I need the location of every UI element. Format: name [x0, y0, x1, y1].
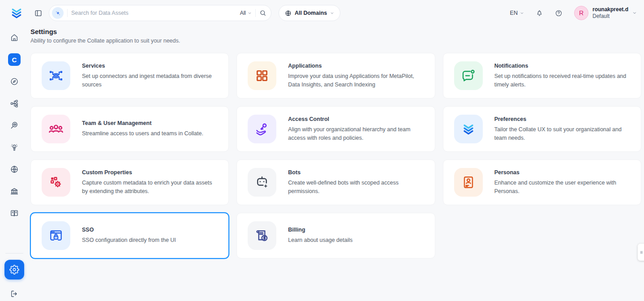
settings-card-services[interactable]: Services Set up connectors and ingest me… [30, 53, 229, 99]
card-title: Preferences [494, 116, 630, 122]
notifications-card-icon [454, 61, 483, 90]
settings-card-team-user-management[interactable]: Team & User Management Streamline access… [30, 106, 229, 152]
preferences-collate-icon [454, 115, 483, 143]
card-title: Access Control [288, 116, 424, 122]
lineage-icon [10, 99, 19, 108]
card-description: Tailor the Collate UX to suit your organ… [494, 125, 630, 142]
all-domains-button[interactable]: All Domains [279, 5, 340, 21]
custom-properties-icon [42, 168, 70, 197]
card-description: Align with your organizational hierarchy… [288, 125, 424, 142]
card-title: SSO [82, 227, 176, 233]
sidebar-item-govern[interactable] [6, 183, 22, 199]
settings-card-applications[interactable]: Applications Improve your data using App… [236, 53, 435, 99]
collate-logo-icon[interactable] [9, 5, 24, 21]
settings-gear-icon [9, 265, 19, 275]
sidebar-item-domains[interactable] [6, 161, 22, 177]
help-icon[interactable] [555, 9, 562, 17]
settings-card-bots[interactable]: Bots Create well-defined bots with scope… [236, 159, 435, 205]
card-title: Billing [288, 227, 352, 233]
divider [5, 253, 23, 254]
divider [67, 9, 68, 17]
avatar: R [574, 6, 588, 20]
globe-icon [285, 10, 292, 17]
card-description: Set up connectors and ingest metadata fr… [82, 72, 218, 89]
card-title: Applications [288, 63, 424, 69]
insights-bulb-icon [10, 143, 19, 152]
language-label: EN [510, 10, 518, 16]
chevron-down-icon [330, 11, 334, 15]
search-icon[interactable] [259, 9, 266, 17]
services-icon [42, 61, 70, 90]
page-title: Settings [30, 28, 641, 35]
sidebar-toggle-icon[interactable] [34, 9, 43, 17]
card-title: Custom Properties [82, 169, 218, 176]
user-name: rounakpreet.d [592, 6, 628, 13]
home-icon [10, 33, 19, 42]
sidebar-item-observability[interactable] [6, 117, 22, 133]
avatar-initial: R [579, 9, 584, 17]
main-content: Settings Ability to configure the Collat… [29, 26, 644, 301]
search-input[interactable] [71, 10, 236, 16]
settings-card-billing[interactable]: Billing Learn about usage details [236, 213, 435, 258]
card-title: Notifications [494, 63, 630, 69]
settings-card-grid: Services Set up connectors and ingest me… [30, 53, 641, 258]
observability-icon [10, 121, 19, 130]
metapilot-app-icon: C [12, 56, 17, 64]
card-title: Personas [494, 169, 630, 176]
card-title: Team & User Management [82, 120, 203, 126]
bots-icon [248, 168, 276, 197]
card-description: Streamline access to users and teams in … [82, 129, 203, 138]
divider [255, 9, 256, 17]
card-description: Enhance and customize the user experienc… [494, 179, 630, 196]
topbar: All All Domains EN [0, 0, 644, 26]
card-description: Create well-defined bots with scoped acc… [288, 179, 424, 196]
card-title: Services [82, 63, 218, 69]
sidebar-item-insights[interactable] [6, 139, 22, 155]
logout-button[interactable] [10, 289, 19, 298]
card-description: Capture custom metadata to enrich your d… [82, 179, 218, 196]
page-subtitle: Ability to configure the Collate applica… [30, 38, 641, 44]
sidebar-item-knowledge[interactable] [6, 205, 22, 221]
card-title: Bots [288, 169, 424, 176]
chevron-down-icon [632, 11, 637, 15]
all-domains-label: All Domains [295, 10, 327, 16]
settings-card-sso[interactable]: SSO SSO configuration directly from the … [30, 213, 229, 258]
access-control-icon [248, 115, 276, 143]
user-team: Default [592, 13, 628, 20]
settings-card-notifications[interactable]: Notifications Set up notifications to re… [443, 53, 641, 99]
card-description: Learn about usage details [288, 236, 352, 245]
language-dropdown[interactable]: EN [510, 10, 524, 16]
sso-icon [42, 221, 70, 250]
card-description: Improve your data using Applications for… [288, 72, 424, 89]
sidebar-item-metapilot[interactable]: C [8, 53, 21, 66]
card-description: Set up notifications to received real-ti… [494, 72, 630, 89]
search-scope-dropdown[interactable]: All [240, 10, 252, 16]
logout-icon [10, 289, 19, 298]
chevron-down-icon [520, 11, 524, 15]
search-scope-label: All [240, 10, 246, 16]
knowledge-book-icon [10, 209, 19, 218]
chevron-down-icon [248, 11, 252, 15]
settings-card-custom-properties[interactable]: Custom Properties Capture custom metadat… [30, 159, 229, 205]
ai-sparkle-icon[interactable] [52, 7, 64, 19]
billing-icon [248, 221, 276, 250]
sidebar-item-explore[interactable] [6, 73, 22, 90]
notifications-bell-icon[interactable] [536, 9, 543, 17]
applications-icon [248, 61, 276, 90]
explore-compass-icon [10, 77, 19, 86]
settings-card-personas[interactable]: Personas Enhance and customize the user … [443, 159, 641, 205]
left-sidebar: C [0, 26, 29, 301]
sidebar-item-settings[interactable] [4, 260, 24, 280]
team-users-icon [42, 115, 70, 143]
settings-card-access-control[interactable]: Access Control Align with your organizat… [236, 106, 435, 152]
govern-bank-icon [10, 187, 19, 196]
user-menu[interactable]: R rounakpreet.d Default [574, 6, 637, 20]
widget-grip-icon [640, 250, 644, 254]
help-widget-handle[interactable] [638, 244, 644, 261]
settings-card-preferences[interactable]: Preferences Tailor the Collate UX to sui… [443, 106, 641, 152]
personas-icon [454, 168, 483, 197]
sidebar-item-home[interactable] [6, 30, 22, 46]
global-search-bar[interactable]: All [49, 5, 271, 21]
sidebar-item-lineage[interactable] [6, 95, 22, 112]
card-description: SSO configuration directly from the UI [82, 236, 176, 245]
